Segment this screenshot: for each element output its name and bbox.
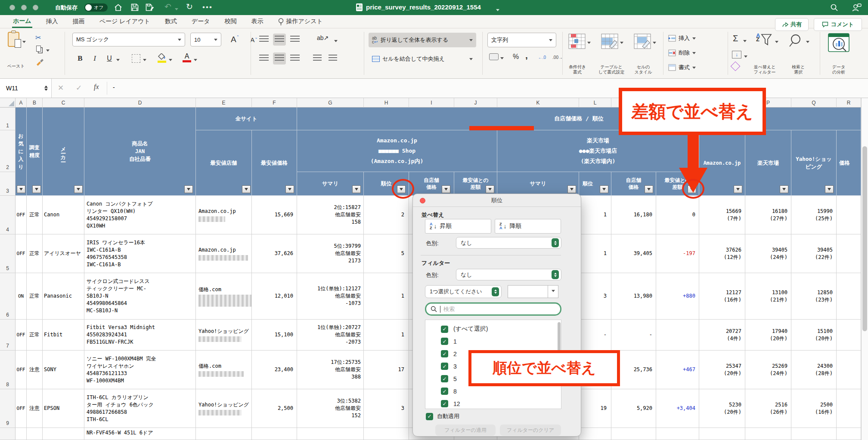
autosum-icon[interactable]: Σ bbox=[733, 34, 738, 43]
cell-P5[interactable]: 39405(24件) bbox=[745, 234, 791, 273]
cell-D6[interactable]: サイクロン式コードレススティッククリーナー MC-SB10J-N45499806… bbox=[84, 273, 196, 320]
format-as-table-icon[interactable] bbox=[601, 34, 618, 49]
cell-H4[interactable]: 2 bbox=[364, 196, 409, 234]
cell-Q10[interactable] bbox=[791, 428, 837, 440]
filter-item-2[interactable]: ✓2 bbox=[441, 350, 457, 357]
column-header-Q[interactable]: Q bbox=[791, 98, 837, 108]
cell-O10[interactable] bbox=[699, 428, 745, 440]
cell-C9[interactable]: EPSON bbox=[43, 389, 84, 428]
cell-H7[interactable]: 1 bbox=[364, 320, 409, 351]
autosum-chevron-icon[interactable] bbox=[743, 40, 747, 44]
bold-button[interactable]: B bbox=[74, 52, 86, 65]
cell-H10[interactable] bbox=[364, 428, 409, 440]
format-painter-icon[interactable] bbox=[35, 58, 44, 66]
cell-A7[interactable]: OFF bbox=[16, 320, 27, 351]
italic-button[interactable]: I bbox=[89, 52, 101, 65]
sort-by-color-select[interactable]: なし bbox=[456, 237, 561, 249]
header-all-sites[interactable]: 全サイト bbox=[196, 108, 297, 130]
cell-Q9[interactable]: 2500(16件) bbox=[791, 389, 837, 428]
fill-chevron-icon[interactable] bbox=[744, 55, 747, 59]
row-header-9[interactable]: 9 bbox=[0, 389, 16, 428]
filter-shop-yahoo-button[interactable] bbox=[825, 185, 834, 193]
insert-cells-button[interactable]: 挿入 bbox=[668, 34, 696, 42]
people-presence-icon[interactable] bbox=[852, 3, 862, 12]
filter-shop-rakuten-button[interactable] bbox=[780, 185, 788, 193]
find-select-chevron-icon[interactable] bbox=[806, 41, 809, 45]
cell-L10[interactable] bbox=[579, 428, 611, 440]
filter-maker-button[interactable] bbox=[74, 185, 83, 193]
currency-chevron-icon[interactable] bbox=[500, 57, 504, 61]
increase-decimal-icon[interactable]: ←.0 bbox=[535, 52, 549, 62]
filter-rk-rank-button[interactable] bbox=[600, 185, 608, 193]
cell-G9[interactable]: 3位:5382他店舗最安152 bbox=[297, 389, 364, 428]
column-header-C[interactable]: C bbox=[43, 98, 84, 108]
cell-L4[interactable]: 1 bbox=[579, 196, 611, 234]
delete-cells-button[interactable]: 削除 bbox=[668, 49, 696, 57]
merge-center-button[interactable]: セルを結合して中央揃え bbox=[369, 52, 476, 66]
tab-7[interactable]: 表示 bbox=[251, 16, 264, 27]
increase-indent-icon[interactable] bbox=[326, 52, 339, 65]
align-right-icon[interactable] bbox=[288, 52, 301, 65]
header-own-store-rank[interactable]: 自店舗価格 / 順位 bbox=[297, 108, 861, 130]
dialog-title-bar[interactable]: 順位 bbox=[413, 194, 581, 207]
column-header-J[interactable]: J bbox=[454, 98, 497, 108]
cell-A5[interactable]: OFF bbox=[16, 234, 27, 273]
wrap-text-button[interactable]: abc↩ 折り返して全体を表示する bbox=[369, 33, 476, 47]
row-header-3[interactable]: 3 bbox=[0, 172, 16, 196]
cell-D9[interactable]: ITH-6CL カラリオプリンター用 イチョウ 6色パック49886172668… bbox=[84, 389, 196, 428]
row-header-5[interactable]: 5 bbox=[0, 234, 16, 273]
font-color-chevron-icon[interactable] bbox=[194, 59, 197, 63]
tab-6[interactable]: 校閲 bbox=[224, 16, 238, 27]
cell-A10[interactable] bbox=[16, 428, 27, 440]
cell-B5[interactable]: 正常 bbox=[27, 234, 43, 273]
checkbox-checked-icon[interactable]: ✓ bbox=[441, 375, 448, 382]
cell-Q4[interactable]: 15990(25件) bbox=[791, 196, 837, 234]
cell-N9[interactable]: +3,404 bbox=[656, 389, 699, 428]
undo-icon[interactable]: ↶ bbox=[164, 3, 171, 11]
cell-O5[interactable]: 37626(12件) bbox=[699, 234, 745, 273]
cell-P10[interactable] bbox=[745, 428, 791, 440]
cell-O6[interactable]: 12127(16件) bbox=[699, 273, 745, 320]
cell-G6[interactable]: 1位(単独):12127他店舗最安-1073 bbox=[297, 273, 364, 320]
cell-D10[interactable]: NR-FVF456-W 451L 6ドア bbox=[84, 428, 196, 440]
underline-chevron-icon[interactable] bbox=[116, 59, 120, 63]
cell-N4[interactable]: 0 bbox=[656, 196, 699, 234]
column-header-D[interactable]: D bbox=[84, 98, 196, 108]
cell-C7[interactable]: Fitbit bbox=[43, 320, 84, 351]
fill-down-icon[interactable]: ↓ bbox=[732, 51, 741, 58]
font-name-combo[interactable]: MS ゴシック bbox=[72, 33, 185, 46]
cut-icon[interactable]: ✂ bbox=[35, 34, 41, 42]
sort-descending-button[interactable]: ZA↓ 降順 bbox=[495, 219, 561, 234]
checkbox-checked-icon[interactable]: ✓ bbox=[441, 338, 448, 345]
column-header-A[interactable]: A bbox=[16, 98, 27, 108]
cell-R4[interactable] bbox=[837, 196, 861, 234]
filter-item-4[interactable]: ✓5 bbox=[441, 375, 457, 382]
cell-C10[interactable] bbox=[43, 428, 84, 440]
cell-A4[interactable]: OFF bbox=[16, 196, 27, 234]
filter-value-combo[interactable] bbox=[508, 285, 558, 298]
currency-format-icon[interactable] bbox=[489, 53, 499, 60]
row-header-6[interactable]: 6 bbox=[0, 273, 16, 320]
row-header-7[interactable]: 7 bbox=[0, 320, 16, 351]
redo-icon[interactable]: ↻ bbox=[186, 3, 193, 11]
filter-item-0[interactable]: ✓(すべて選択) bbox=[441, 325, 488, 333]
cell-G5[interactable]: 5位:39799他店舗最安2173 bbox=[297, 234, 364, 273]
comma-style-icon[interactable]: , bbox=[523, 50, 530, 61]
header-shop-kakaku[interactable]: 価格 bbox=[837, 130, 861, 196]
cell-Q8[interactable]: 24300(28件) bbox=[791, 351, 837, 389]
cell-H8[interactable]: 17 bbox=[364, 351, 409, 389]
sort-filter-chevron-icon[interactable] bbox=[775, 41, 778, 45]
cell-R5[interactable] bbox=[837, 234, 861, 273]
column-header-F[interactable]: F bbox=[252, 98, 297, 108]
copy-chevron-icon[interactable] bbox=[46, 49, 50, 53]
cell-F4[interactable]: 15,669 bbox=[252, 196, 297, 234]
cell-E10[interactable] bbox=[196, 428, 252, 440]
cell-M6[interactable]: 13,980 bbox=[611, 273, 656, 320]
cell-Q5[interactable]: 39405(22件) bbox=[791, 234, 837, 273]
paste-button[interactable] bbox=[8, 32, 19, 47]
fill-color-icon[interactable] bbox=[158, 53, 166, 63]
cell-E6[interactable]: 価格.com bbox=[196, 273, 252, 320]
undo-chevron-icon[interactable] bbox=[175, 8, 178, 12]
header-rakuten-group[interactable]: 楽天市場●●●楽天市場店(楽天市場内) bbox=[497, 130, 699, 172]
cell-B9[interactable]: 注意 bbox=[27, 389, 43, 428]
